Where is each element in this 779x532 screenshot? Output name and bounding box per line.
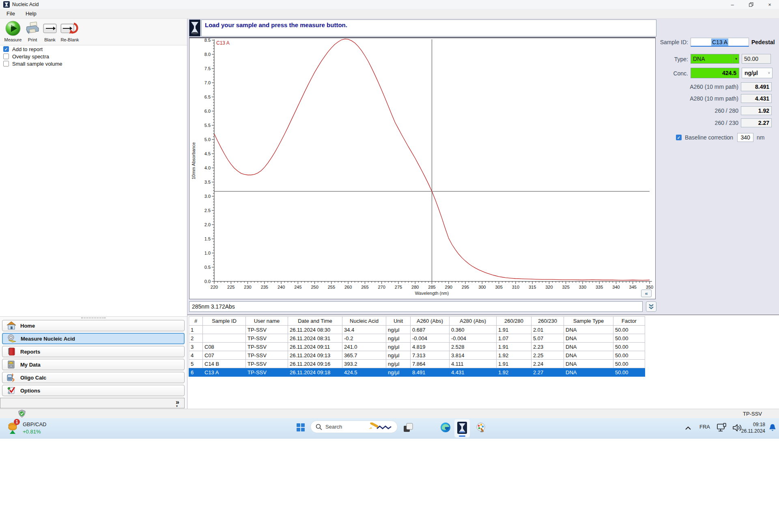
svg-text:280: 280 <box>411 285 419 290</box>
nucleic-acid-app-button[interactable] <box>454 419 470 438</box>
up-trend-icon <box>10 430 15 434</box>
restore-icon <box>749 2 753 7</box>
windows-logo-icon <box>297 423 305 431</box>
svg-text:315: 315 <box>529 285 536 290</box>
sidebar-item-reports[interactable]: Reports <box>2 346 185 357</box>
minimize-button[interactable]: – <box>723 0 742 9</box>
task-view-button[interactable] <box>403 423 413 433</box>
main-area: Load your sample and press the measure b… <box>187 19 779 409</box>
table-cell: 1 <box>189 326 203 334</box>
sidebar-item-my-data[interactable]: My Data <box>2 359 185 370</box>
blank-button[interactable]: Blank <box>42 20 58 44</box>
notification-bell-icon[interactable] <box>768 423 777 434</box>
column-header[interactable]: Factor <box>613 317 645 326</box>
panel-collapse-button[interactable] <box>646 301 656 312</box>
clock-date[interactable]: 09:18 26.11.2024 <box>730 421 765 434</box>
edge-browser-button[interactable] <box>440 422 451 433</box>
table-row[interactable]: 1TP-SSV26.11.2024 08:3034.4ng/µl0.6870.3… <box>189 326 645 334</box>
sidebar-item-home[interactable]: Home <box>2 320 185 331</box>
table-cell: 3.814 <box>450 351 497 360</box>
svg-text:225: 225 <box>227 285 235 290</box>
measure-button[interactable]: Measure <box>2 20 24 44</box>
file-cabinet-icon <box>6 360 17 369</box>
reblank-button[interactable]: Re-Blank <box>59 20 80 44</box>
a260-value: 8.491 <box>741 82 772 91</box>
unit-dropdown[interactable]: ng/µl ˅ <box>742 68 773 78</box>
sidebar-item-oligo-calc[interactable]: Oligo Calc <box>2 372 185 383</box>
svg-text:295: 295 <box>462 285 469 290</box>
table-cell: TP-SSV <box>246 360 288 368</box>
table-row[interactable]: 6C13 ATP-SSV26.11.2024 09:18424.5ng/µl8.… <box>189 368 645 377</box>
overlay-spectra-checkbox[interactable]: Overlay spectra <box>3 53 49 60</box>
table-cell: 0.687 <box>411 326 450 334</box>
tray-expand-chevron[interactable] <box>685 425 691 432</box>
sidebar-collapse-bar[interactable]: » ▾ <box>0 398 185 408</box>
table-cell: 2.01 <box>532 326 564 334</box>
table-cell: 241.0 <box>342 343 386 351</box>
add-to-report-checkbox[interactable]: ✓ Add to report <box>3 46 43 52</box>
table-cell: TP-SSV <box>246 326 288 334</box>
instrument-icon <box>189 19 200 36</box>
reblank-icon <box>60 21 79 35</box>
start-button[interactable] <box>296 423 306 432</box>
ratio-260-280-value: 1.92 <box>741 106 772 115</box>
table-cell: ng/µl <box>386 360 411 368</box>
svg-text:0.5: 0.5 <box>204 265 211 270</box>
type-dropdown[interactable]: DNA ▼ <box>691 54 739 64</box>
table-cell: DNA <box>564 368 613 377</box>
options-check-icon <box>6 386 17 395</box>
chart-collapse-button[interactable]: « <box>641 290 652 297</box>
paint-app-button[interactable] <box>476 422 486 433</box>
table-row[interactable]: 3C08TP-SSV26.11.2024 09:11241.0ng/µl4.81… <box>189 343 645 351</box>
column-header[interactable]: Date and Time <box>288 317 342 326</box>
baseline-checkbox[interactable]: ✓ <box>676 135 682 140</box>
measurements-table[interactable]: #Sample IDUser nameDate and TimeNucleic … <box>189 316 645 377</box>
table-row[interactable]: 5C14 BTP-SSV26.11.2024 09:16393.2ng/µl7.… <box>189 360 645 368</box>
baseline-wavelength-field[interactable]: 340 <box>737 133 753 142</box>
restore-button[interactable] <box>742 0 760 9</box>
column-header[interactable]: 260/230 <box>532 317 564 326</box>
table-cell: 34.4 <box>342 326 386 334</box>
language-indicator[interactable]: FRA <box>699 424 710 430</box>
small-sample-volume-checkbox[interactable]: Small sample volume <box>3 60 62 67</box>
column-header[interactable]: Sample ID <box>203 317 246 326</box>
baseline-correction-row: ✓ Baseline correction 340 nm <box>676 133 765 142</box>
table-row[interactable]: 4C07TP-SSV26.11.2024 09:13365.7ng/µl7.31… <box>189 351 645 360</box>
close-button[interactable]: × <box>760 0 779 9</box>
column-header[interactable]: Unit <box>386 317 411 326</box>
column-header[interactable]: Nucleic Acid <box>342 317 386 326</box>
conc-label: Conc. <box>657 70 688 77</box>
svg-text:6.5: 6.5 <box>204 94 211 99</box>
menu-file[interactable]: File <box>2 11 19 17</box>
table-cell: 26.11.2024 09:13 <box>288 351 342 360</box>
menu-help[interactable]: Help <box>22 11 41 17</box>
dropdown-chevron-icon: ˅ <box>768 71 770 75</box>
print-button[interactable]: Print <box>24 20 41 44</box>
column-header[interactable]: User name <box>246 317 288 326</box>
column-header[interactable]: A260 (Abs) <box>411 317 450 326</box>
table-cell: 50.00 <box>613 360 645 368</box>
network-icon[interactable] <box>717 423 727 434</box>
sidebar-item-measure-nucleic-acid[interactable]: Measure Nucleic Acid <box>2 333 185 344</box>
column-header[interactable]: 260/280 <box>497 317 532 326</box>
spectrum-chart[interactable]: 2202252302352402452502552602652702752802… <box>189 37 656 299</box>
a280-label: A280 (10 mm path) <box>645 95 738 102</box>
currency-pair-label: GBP/CAD <box>23 421 47 427</box>
column-header[interactable]: # <box>189 317 203 326</box>
factor-field[interactable]: 50.00 <box>742 54 771 64</box>
column-header[interactable]: Sample Type <box>564 317 613 326</box>
table-cell <box>203 326 246 334</box>
ratio-260-230-value: 2.27 <box>741 118 772 127</box>
table-cell: 26.11.2024 09:18 <box>288 368 342 377</box>
blank-icon <box>43 22 57 34</box>
splitter-handle[interactable] <box>81 317 105 318</box>
svg-text:1.5: 1.5 <box>204 236 211 241</box>
weather-widget[interactable]: 1 GBP/CAD +0.81% <box>6 419 96 438</box>
column-header[interactable]: A280 (Abs) <box>450 317 497 326</box>
sidebar-item-options[interactable]: Options <box>2 385 185 396</box>
table-row[interactable]: 2TP-SSV26.11.2024 08:31-0.2ng/µl-0.004-0… <box>189 334 645 343</box>
expand-caret-icon: ▾ <box>176 404 178 408</box>
taskbar-search[interactable]: Search <box>310 420 398 433</box>
sample-id-input[interactable]: C13 A <box>691 38 749 47</box>
table-cell: 2.27 <box>532 368 564 377</box>
